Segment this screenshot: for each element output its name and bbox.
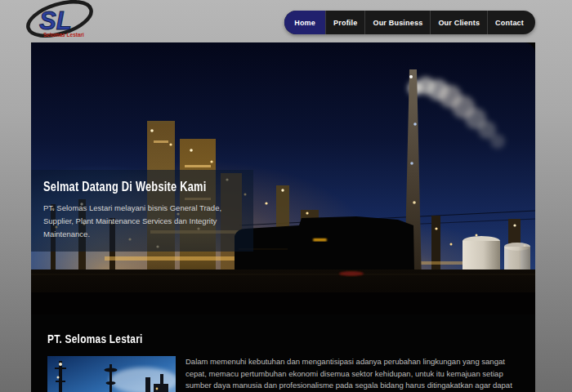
main-nav: Home Profile Our Business Our Clients Co… — [284, 11, 535, 34]
about-heading: PT. Selomas Lestari — [47, 332, 519, 345]
logo-monogram: SL — [39, 7, 72, 35]
nav-item-home[interactable]: Home — [284, 11, 325, 34]
about-thumbnail-image — [47, 356, 176, 392]
logo-company-name: Selomas Lestari — [43, 32, 84, 38]
welcome-overlay: Selmat Datang Di Website Kami PT. Seloma… — [31, 170, 253, 252]
company-logo[interactable]: SL Selomas Lestari — [23, 0, 98, 41]
nav-item-profile[interactable]: Profile — [325, 11, 364, 34]
welcome-text: PT. Selomas Lestari melayani bisnis Gene… — [43, 202, 241, 241]
nav-item-contact[interactable]: Contact — [487, 11, 535, 34]
about-paragraph: Dalam memenuhi kebutuhan dan mengantisip… — [185, 356, 519, 392]
foreground-road — [31, 270, 535, 314]
nav-item-our-business[interactable]: Our Business — [364, 11, 430, 34]
main-content: Selmat Datang Di Website Kami PT. Seloma… — [31, 42, 535, 392]
page-background: { "page": { "background_top": "#b7b7b7",… — [0, 0, 572, 392]
hero-section: Selmat Datang Di Website Kami PT. Seloma… — [31, 42, 535, 314]
nav-item-our-clients[interactable]: Our Clients — [430, 11, 487, 34]
about-section: PT. Selomas Lestari — [31, 314, 535, 392]
about-row: Dalam memenuhi kebutuhan dan mengantisip… — [47, 356, 519, 392]
site-header: SL Selomas Lestari Home Profile Our Busi… — [0, 0, 572, 42]
welcome-heading: Selmat Datang Di Website Kami — [43, 180, 241, 194]
